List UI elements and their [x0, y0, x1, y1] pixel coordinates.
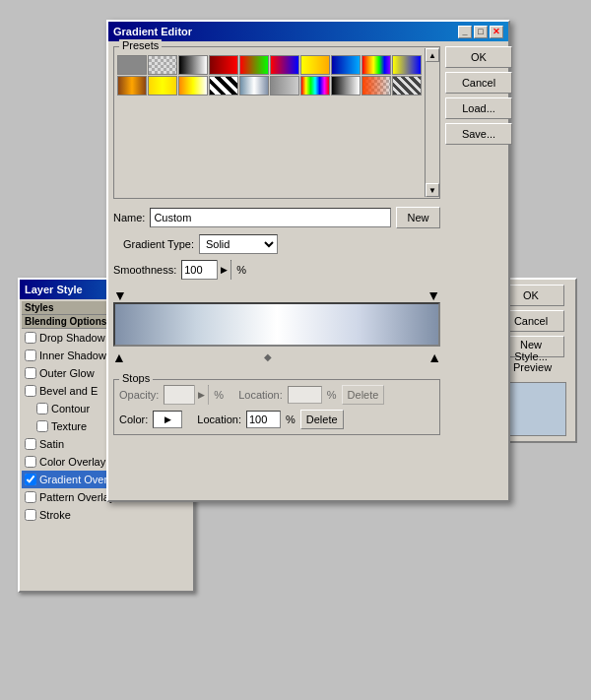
name-row: Name: New — [113, 207, 440, 228]
gradient-type-select[interactable]: Solid Noise — [199, 234, 278, 254]
drop-shadow-checkbox[interactable] — [25, 332, 36, 344]
gradient-editor-close-button[interactable]: ✕ — [490, 26, 503, 38]
scroll-up-arrow[interactable]: ▲ — [426, 48, 439, 62]
save-button[interactable]: Save... — [445, 123, 512, 145]
outer-glow-checkbox[interactable] — [25, 367, 36, 379]
opacity-location-input[interactable] — [288, 386, 322, 404]
opacity-delete-button[interactable]: Delete — [342, 385, 385, 405]
gradient-bar-area: ▼ ▼ ▲ ◆ ▲ — [113, 287, 440, 367]
preset-copper[interactable] — [117, 76, 147, 95]
preset-red[interactable] — [209, 55, 238, 75]
gradient-editor-right-buttons: OK Cancel Load... Save... — [445, 46, 512, 435]
smoothness-unit: % — [236, 264, 246, 276]
preset-custom[interactable] — [239, 76, 269, 95]
preset-rb[interactable] — [270, 55, 299, 75]
outer-glow-label: Outer Glow — [39, 367, 95, 379]
preset-gray[interactable] — [270, 76, 299, 95]
name-input[interactable] — [150, 208, 391, 227]
gradient-overlay-checkbox[interactable] — [25, 474, 36, 485]
gradient-editor-titlebar-buttons: _ □ ✕ — [458, 26, 503, 38]
preset-blue[interactable] — [331, 55, 361, 75]
preset-diagonal[interactable] — [392, 76, 422, 95]
preset-stripe[interactable] — [209, 76, 238, 95]
opacity-stop-right[interactable]: ▼ — [427, 287, 440, 303]
color-delete-button[interactable]: Delete — [300, 410, 344, 429]
preset-gold[interactable] — [148, 76, 177, 95]
gradient-editor-content: Presets — [108, 41, 508, 440]
gradient-editor-main: Presets — [113, 46, 440, 435]
gradient-editor-titlebar: Gradient Editor _ □ ✕ — [108, 22, 508, 41]
pattern-overlay-checkbox[interactable] — [25, 491, 36, 503]
opacity-stop-left[interactable]: ▼ — [113, 287, 127, 303]
stops-legend: Stops — [119, 372, 153, 384]
preset-bw[interactable] — [178, 55, 208, 75]
preset-solid[interactable] — [117, 55, 147, 75]
color-stop-mid[interactable]: ◆ — [264, 351, 272, 362]
color-loc-unit: % — [286, 414, 296, 425]
gradient-editor-title: Gradient Editor — [113, 26, 192, 37]
preset-yb[interactable] — [392, 55, 422, 75]
preset-full-rainbow[interactable] — [300, 76, 330, 95]
gradient-type-row: Gradient Type: Solid Noise — [123, 234, 440, 254]
texture-checkbox[interactable] — [36, 420, 48, 432]
presets-row-1 — [117, 55, 422, 75]
opacity-loc-unit: % — [327, 389, 337, 401]
presets-scrollbar[interactable]: ▲ ▼ — [425, 48, 438, 197]
inner-shadow-label: Inner Shadow — [39, 350, 106, 361]
bevel-emboss-label: Bevel and E — [39, 385, 98, 397]
preset-rainbow[interactable] — [361, 55, 391, 75]
satin-label: Satin — [39, 438, 64, 450]
opacity-input[interactable] — [164, 388, 194, 402]
color-overlay-checkbox[interactable] — [25, 456, 36, 468]
pattern-overlay-label: Pattern Overlay — [39, 491, 114, 503]
color-stop-left[interactable]: ▲ — [112, 350, 126, 365]
presets-group: Presets — [113, 46, 440, 199]
stroke-label: Stroke — [39, 509, 71, 521]
smoothness-stepper[interactable]: ▶ — [217, 260, 230, 280]
maximize-button[interactable]: □ — [474, 26, 488, 38]
contour-label: Contour — [51, 403, 90, 414]
load-button[interactable]: Load... — [445, 97, 512, 119]
bevel-emboss-checkbox[interactable] — [25, 385, 36, 397]
color-swatch[interactable]: ▶ — [153, 411, 182, 428]
color-stops-area: ▲ ◆ ▲ — [113, 350, 440, 367]
inner-shadow-checkbox[interactable] — [25, 350, 36, 361]
ok-button[interactable]: OK — [445, 46, 512, 68]
minimize-button[interactable]: _ — [458, 26, 472, 38]
presets-grid — [117, 55, 422, 95]
color-overlay-label: Color Overlay — [39, 456, 105, 468]
smoothness-label: Smoothness: — [113, 264, 176, 276]
gradient-bar-fill — [115, 304, 438, 345]
color-location-input[interactable] — [246, 411, 281, 428]
color-label: Color: — [119, 414, 148, 425]
color-stop-right[interactable]: ▲ — [427, 350, 441, 365]
ls-stroke[interactable]: Stroke — [22, 506, 191, 524]
smoothness-input-box: ▶ — [181, 260, 231, 280]
preset-yellow[interactable] — [300, 55, 330, 75]
preset-trans[interactable] — [361, 76, 391, 95]
layer-style-title: Layer Style — [25, 284, 83, 295]
preset-warm[interactable] — [178, 76, 208, 95]
opacity-location-label: Location: — [238, 389, 283, 401]
opacity-input-box: ▶ — [164, 385, 209, 405]
preset-checker[interactable] — [148, 55, 177, 75]
satin-checkbox[interactable] — [25, 438, 36, 450]
smoothness-input[interactable] — [182, 263, 217, 277]
texture-label: Texture — [51, 420, 87, 432]
cancel-button[interactable]: Cancel — [445, 72, 512, 94]
contour-checkbox[interactable] — [36, 403, 48, 414]
preset-rg[interactable] — [239, 55, 269, 75]
gradient-type-label: Gradient Type: — [123, 238, 194, 250]
new-button[interactable]: New — [396, 207, 440, 228]
opacity-stops-area: ▼ ▼ — [113, 287, 440, 302]
preset-bwb[interactable] — [331, 76, 361, 95]
stops-opacity-row: Opacity: ▶ % Location: % Delete — [119, 385, 434, 405]
stroke-checkbox[interactable] — [25, 509, 36, 521]
color-location-label: Location: — [197, 414, 241, 425]
scroll-down-arrow[interactable]: ▼ — [426, 183, 439, 197]
gradient-editor-dialog: Gradient Editor _ □ ✕ Presets — [106, 20, 510, 502]
presets-row-2 — [117, 76, 422, 95]
swatch-arrow-icon: ▶ — [164, 414, 171, 424]
opacity-stepper[interactable]: ▶ — [194, 385, 208, 405]
gradient-preview-bar[interactable] — [113, 302, 440, 347]
